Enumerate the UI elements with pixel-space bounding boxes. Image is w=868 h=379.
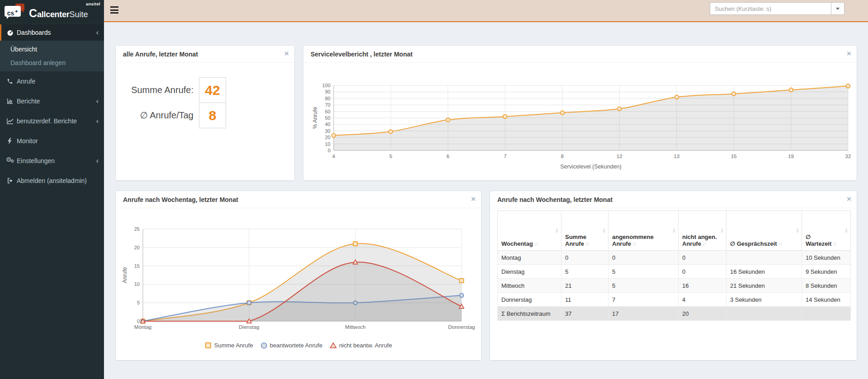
sort-caret-icon: ▲▼	[602, 228, 606, 234]
close-icon[interactable]: ×	[471, 191, 476, 208]
sidebar-item-benutzerdef-berichte[interactable]: benutzerdef. Berichte ‹	[0, 111, 104, 131]
y-tick-label: 10	[134, 281, 140, 287]
table-cell: 5	[609, 265, 679, 279]
data-point-circle	[732, 92, 736, 96]
panel-anrufe-wochentag-chart: Anrufe nach Wochentag, letzter Monat × 0…	[115, 191, 481, 360]
sidebar-item-einstellungen[interactable]: ⚙⚙ Einstellungen ‹	[0, 151, 104, 171]
data-point-circle	[460, 294, 464, 298]
table-cell: Donnerstag	[498, 293, 561, 307]
x-tick-label: Donnerstag	[448, 324, 475, 330]
data-point-circle	[561, 111, 565, 115]
gears-icon: ⚙⚙	[7, 157, 17, 164]
column-header-1[interactable]: Wochentag↓↑▲▼	[498, 211, 561, 251]
app-logo[interactable]: cs★ ansitel CallcenterSuite	[0, 0, 104, 23]
y-tick-label: 20	[325, 135, 330, 140]
chart-legend: Summe Anrufebeantwortete Anrufenicht bea…	[116, 342, 481, 349]
legend-item[interactable]: beantwortete Anrufe	[260, 342, 322, 349]
close-icon[interactable]: ×	[847, 191, 851, 208]
x-tick-label: Dienstag	[239, 324, 259, 330]
column-header-label: ∅ Gesprächszeit	[730, 240, 777, 247]
data-point-circle	[618, 107, 622, 111]
sidebar-item-dashboards[interactable]: Dashboards ‹	[0, 24, 104, 41]
kpi-value-anrufe-pro-tag: 8	[199, 103, 226, 128]
column-header-3[interactable]: angenommene Anrufe↓↑▲▼	[609, 211, 679, 251]
chevron-left-icon: ‹	[96, 98, 99, 105]
legend-label: Summe Anrufe	[214, 342, 253, 349]
chevron-left-icon: ‹	[96, 29, 99, 36]
panel-body: Summe Anrufe: 42 ∅ Anrufe/Tag 8	[116, 63, 294, 180]
x-tick-label: 7	[504, 154, 506, 159]
table-cell: 7	[609, 293, 679, 307]
column-header-label: ∅ Wartezeit	[806, 234, 831, 247]
y-tick-label: 40	[325, 122, 330, 127]
column-header-6[interactable]: ∅ Wartezeit↓↑▲▼	[802, 211, 851, 251]
y-tick-label: 20	[134, 245, 140, 250]
hamburger-menu-icon[interactable]	[110, 6, 118, 14]
sidebar-item-abmelden[interactable]: Abmelden (ansiteladmin)	[0, 171, 104, 191]
table-cell: 21 Sekunden	[726, 279, 802, 293]
bar-chart-icon	[7, 98, 17, 104]
sidebar-item-label: Einstellungen	[17, 157, 55, 164]
legend-label: beantwortete Anrufe	[270, 342, 322, 349]
table-cell: 9 Sekunden	[802, 265, 851, 279]
table-cell: Σ Berichtszeitraum	[498, 307, 561, 321]
close-icon[interactable]: ×	[847, 46, 851, 63]
sidebar-item-label: Monitor	[17, 137, 38, 145]
legend-label: nicht beantw. Anrufe	[339, 342, 392, 349]
data-point-square	[460, 279, 464, 283]
column-header-2[interactable]: Summe Anrufe↓↑▲▼	[561, 211, 609, 251]
y-tick-label: 15	[134, 263, 140, 269]
y-tick-label: 100	[322, 83, 330, 88]
table-body: Montag00010 SekundenDienstag55016 Sekund…	[498, 251, 851, 321]
y-tick-label: 90	[325, 89, 330, 94]
sidebar-item-uebersicht[interactable]: Übersicht	[0, 42, 104, 56]
table-cell: Montag	[498, 251, 561, 265]
series-% Anrufe	[332, 84, 850, 150]
x-tick-label: 4	[332, 154, 335, 159]
search-dropdown-button[interactable]	[831, 2, 844, 15]
y-tick-label: 60	[325, 109, 330, 114]
dashboard-gauge-icon	[7, 29, 17, 36]
search-box	[710, 2, 844, 15]
sort-arrows-icon: ↓↑	[702, 241, 706, 247]
panel-header: alle Anrufe, letzter Monat ×	[116, 46, 294, 63]
y-tick-label: 30	[325, 128, 330, 134]
sidebar-item-anrufe[interactable]: Anrufe	[0, 71, 104, 91]
table-cell: Mittwoch	[498, 279, 561, 293]
sidebar-item-monitor[interactable]: Monitor	[0, 131, 104, 151]
table-cell: 16 Sekunden	[726, 265, 802, 279]
table-cell: 21	[561, 279, 609, 293]
sort-arrows-icon: ↓↑	[534, 241, 538, 247]
kpi-label-summe-anrufe: Summe Anrufe:	[116, 77, 193, 103]
table-cell: 37	[561, 307, 609, 321]
sort-arrows-icon: ↓↑	[632, 241, 636, 247]
column-header-4[interactable]: nicht angen. Anrufe↓↑▲▼	[679, 211, 726, 251]
line-chart-icon	[7, 118, 17, 124]
legend-item[interactable]: Summe Anrufe	[205, 342, 253, 349]
table-cell: 17	[609, 307, 679, 321]
sidebar-item-berichte[interactable]: Berichte ‹	[0, 91, 104, 111]
legend-square-swatch-icon	[205, 342, 212, 349]
sort-arrows-icon: ↓↑	[832, 241, 836, 247]
caret-down-icon	[836, 8, 840, 12]
sidebar-item-dashboard-anlegen[interactable]: Dashboard anlegen	[0, 56, 104, 70]
sort-caret-icon: ▲▼	[844, 228, 848, 234]
column-header-5[interactable]: ∅ Gesprächszeit↓↑▲▼	[726, 211, 802, 251]
data-point-circle	[846, 84, 850, 88]
x-tick-label: Montag	[134, 324, 151, 330]
table-cell: 0	[679, 251, 726, 265]
sidebar-item-label: Berichte	[17, 98, 40, 105]
legend-item[interactable]: nicht beantw. Anrufe	[330, 342, 392, 349]
y-tick-label: 0	[328, 148, 330, 153]
close-icon[interactable]: ×	[284, 46, 289, 63]
y-tick-label: 10	[325, 141, 330, 147]
sign-out-icon	[7, 178, 17, 184]
table-head: Wochentag↓↑▲▼Summe Anrufe↓↑▲▼angenommene…	[498, 211, 851, 251]
servicelevel-line-chart: 0102030405060708090100456781213151932% A…	[303, 63, 858, 181]
x-tick-label: Mittwoch	[345, 324, 365, 330]
data-point-circle	[446, 118, 450, 122]
table-row: Montag00010 Sekunden	[498, 251, 851, 265]
sort-caret-icon: ▲▼	[672, 228, 676, 234]
search-input[interactable]	[710, 2, 831, 15]
sort-arrows-icon: ↓↑	[778, 241, 782, 247]
